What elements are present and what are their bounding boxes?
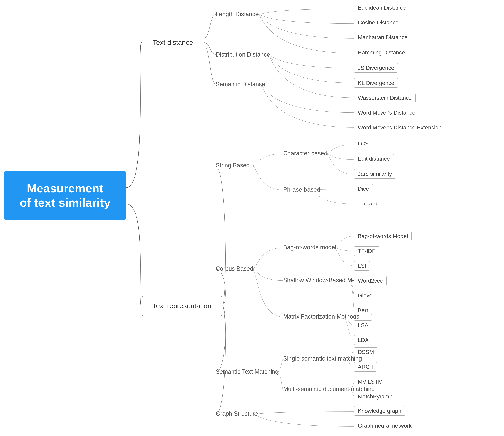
- word2vec-leaf: Word2vec: [354, 276, 387, 285]
- multi-semantic-label: Multi-semantic document matching: [283, 386, 375, 392]
- matchpyramid-leaf: MatchPyramid: [354, 392, 397, 401]
- distribution-distance-label: Distribution Distance: [216, 51, 270, 58]
- lcs-leaf: LCS: [354, 139, 372, 148]
- text-distance-label: Text distance: [153, 38, 193, 46]
- word-movers-ext-leaf: Word Mover's Distance Extension: [354, 123, 445, 132]
- lsa-leaf: LSA: [354, 321, 372, 330]
- dssm-leaf: DSSM: [354, 347, 378, 357]
- euclidean-leaf: Euclidean Distance: [354, 3, 409, 12]
- bow-model-leaf: Bag-of-words Model: [354, 232, 412, 241]
- graph-structure-label: Graph Structure: [216, 410, 258, 417]
- bag-of-words-model-label: Bag-of-words model: [283, 244, 336, 251]
- root-label: Measurement of text similarity: [20, 181, 110, 210]
- text-representation-label: Text representation: [153, 302, 211, 310]
- string-based-label: String Based: [216, 162, 250, 169]
- edit-distance-leaf: Edit distance: [354, 154, 394, 163]
- lda-leaf: LDA: [354, 335, 372, 345]
- semantic-distance-label: Semantic Distance: [216, 81, 265, 88]
- text-distance-box: Text distance: [142, 33, 204, 52]
- jaro-leaf: Jaro similarity: [354, 169, 396, 179]
- lsi-leaf: LSI: [354, 261, 370, 270]
- glove-leaf: Glove: [354, 291, 376, 300]
- phrase-based-label: Phrase-based: [283, 186, 320, 193]
- length-distance-label: Length Distance: [216, 11, 259, 18]
- dice-leaf: Dice: [354, 184, 373, 194]
- character-based-label: Character-based: [283, 150, 327, 157]
- cosine-leaf: Cosine Distance: [354, 18, 402, 27]
- jaccard-leaf: Jaccard: [354, 199, 381, 208]
- kl-div-leaf: KL Divergence: [354, 78, 398, 88]
- text-representation-box: Text representation: [142, 296, 222, 316]
- root-node: Measurement of text similarity: [4, 171, 126, 221]
- hamming-leaf: Hamming Distance: [354, 48, 409, 57]
- matrix-factorization-label: Matrix Factorization Methods: [283, 313, 359, 320]
- word-movers-leaf: Word Mover's Distance: [354, 108, 419, 117]
- semantic-text-matching-label: Semantic Text Matching: [216, 368, 279, 375]
- tf-idf-leaf: TF-IDF: [354, 246, 379, 256]
- arc-i-leaf: ARC-I: [354, 362, 377, 371]
- corpus-based-label: Corpus Based: [216, 265, 253, 272]
- single-semantic-label: Single semantic text matching: [283, 355, 362, 362]
- graph-neural-leaf: Graph neural network: [354, 421, 415, 430]
- js-div-leaf: JS Divergence: [354, 63, 398, 73]
- wasserstein-leaf: Wasserstein Distance: [354, 93, 416, 102]
- mv-lstm-leaf: MV-LSTM: [354, 377, 387, 386]
- manhattan-leaf: Manhattan Distance: [354, 33, 411, 42]
- knowledge-graph-leaf: Knowledge graph: [354, 406, 405, 416]
- bert-leaf: Bert: [354, 306, 372, 315]
